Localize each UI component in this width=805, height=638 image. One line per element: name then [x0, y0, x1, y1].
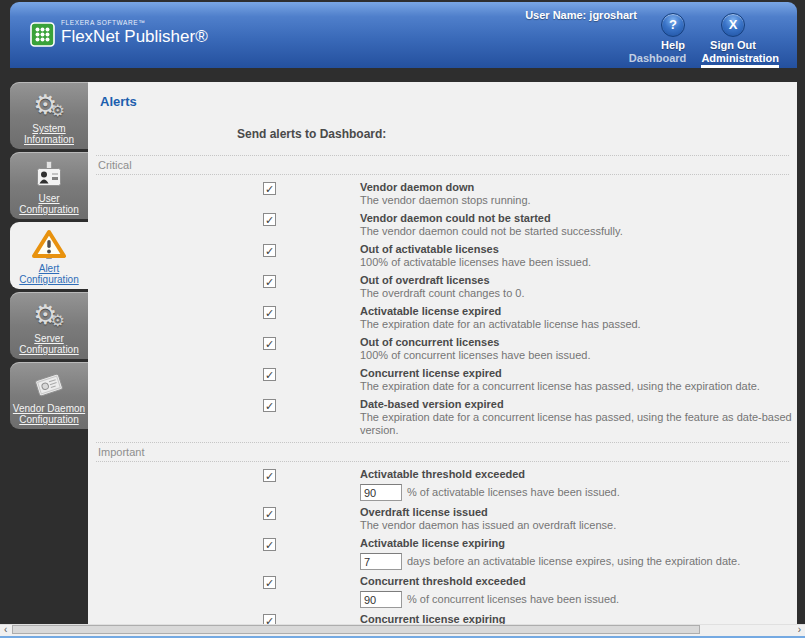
- alert-title: Activatable license expiring: [360, 537, 797, 550]
- alert-text: Out of overdraft licensesThe overdraft c…: [360, 274, 797, 300]
- user-name-label: User Name: jgroshart: [525, 9, 637, 21]
- sign-out-label: Sign Out: [707, 39, 759, 51]
- alert-checkbox[interactable]: ✓: [263, 244, 276, 257]
- help-label: Help: [647, 39, 699, 51]
- top-nav: Dashboard Administration: [629, 52, 779, 64]
- help-button[interactable]: ? Help: [647, 13, 699, 51]
- alert-title: Out of concurrent licenses: [360, 336, 797, 349]
- alert-description: The overdraft count changes to 0.: [360, 287, 797, 300]
- brand: FLEXERA SOFTWARE™ FlexNet Publisher®: [30, 19, 208, 51]
- alert-checkbox[interactable]: ✓: [263, 213, 276, 226]
- horizontal-scrollbar[interactable]: ‹ ›: [0, 624, 805, 636]
- alert-description: % of activatable licenses have been issu…: [407, 486, 620, 499]
- alert-checkbox[interactable]: ✓: [263, 576, 276, 589]
- alert-row: ✓Activatable threshold exceeded% of acti…: [88, 468, 797, 501]
- alert-threshold-line: % of activatable licenses have been issu…: [360, 484, 797, 501]
- help-icon[interactable]: ?: [661, 13, 685, 37]
- alert-checkbox[interactable]: ✓: [263, 507, 276, 520]
- app-header: FLEXERA SOFTWARE™ FlexNet Publisher® Use…: [10, 2, 797, 68]
- app-window: FLEXERA SOFTWARE™ FlexNet Publisher® Use…: [0, 0, 805, 638]
- alert-checkbox[interactable]: ✓: [263, 399, 276, 412]
- alert-text: Overdraft license issuedThe vendor daemo…: [360, 506, 797, 532]
- scrollbar-thumb[interactable]: [12, 625, 700, 634]
- alert-text: Out of concurrent licenses100% of concur…: [360, 336, 797, 362]
- alert-checkbox[interactable]: ✓: [263, 306, 276, 319]
- alert-sections: Critical✓Vendor daemon downThe vendor da…: [88, 155, 797, 626]
- sidebar-tab-vendor-daemon-configuration[interactable]: Vendor Daemon Configuration: [10, 362, 88, 429]
- alert-row: ✓Vendor daemon could not be startedThe v…: [88, 212, 797, 238]
- sidebar-tab-system-information[interactable]: ⚙⚙System Information: [10, 82, 88, 149]
- page-title: Alerts: [88, 82, 797, 109]
- nav-dashboard[interactable]: Dashboard: [629, 52, 686, 64]
- section-label: Critical: [96, 155, 789, 175]
- alert-description: The expiration date for an activatable l…: [360, 318, 797, 331]
- alert-title: Vendor daemon could not be started: [360, 212, 797, 225]
- alert-row: ✓Out of overdraft licensesThe overdraft …: [88, 274, 797, 300]
- alert-checkbox[interactable]: ✓: [263, 538, 276, 551]
- gears-icon: ⚙⚙: [10, 87, 88, 123]
- section-label: Important: [96, 442, 789, 462]
- alert-row: ✓Activatable license expiredThe expirati…: [88, 305, 797, 331]
- sidebar-tab-user-configuration[interactable]: User Configuration: [10, 152, 88, 219]
- alert-checkbox[interactable]: ✓: [263, 182, 276, 195]
- sign-out-button[interactable]: X Sign Out: [707, 13, 759, 51]
- threshold-input[interactable]: [360, 591, 402, 608]
- sidebar-tab-server-configuration[interactable]: ⚙⚙Server Configuration: [10, 292, 88, 359]
- alert-checkbox[interactable]: ✓: [263, 275, 276, 288]
- alert-row: ✓Out of concurrent licenses100% of concu…: [88, 336, 797, 362]
- alert-text: Activatable license expiredThe expiratio…: [360, 305, 797, 331]
- alert-checkbox[interactable]: ✓: [263, 337, 276, 350]
- alert-title: Activatable license expired: [360, 305, 797, 318]
- alert-title: Activatable threshold exceeded: [360, 468, 797, 481]
- sidebar-tab-label: Server Configuration: [10, 333, 88, 355]
- alert-description: The expiration date for a concurrent lic…: [360, 380, 797, 393]
- brand-large-text: FlexNet Publisher®: [61, 27, 208, 47]
- alert-text: Activatable license expiringdays before …: [360, 537, 797, 570]
- alert-description: 100% of concurrent licenses have been is…: [360, 349, 797, 362]
- alert-row: ✓Activatable license expiringdays before…: [88, 537, 797, 570]
- sidebar-tab-label: User Configuration: [10, 193, 88, 215]
- sidebar-tab-label: Vendor Daemon Configuration: [10, 403, 88, 425]
- alert-description: The expiration date for a concurrent lic…: [360, 411, 797, 437]
- flexera-logo-icon: [30, 22, 55, 51]
- alert-description: The vendor daemon could not be started s…: [360, 225, 797, 238]
- scroll-right-icon[interactable]: ›: [798, 625, 801, 635]
- alert-title: Concurrent license expired: [360, 367, 797, 380]
- certificate-icon: [10, 367, 88, 403]
- alert-text: Out of activatable licenses100% of activ…: [360, 243, 797, 269]
- sidebar-tab-alert-configuration[interactable]: Alert Configuration: [10, 222, 88, 289]
- alert-row: ✓Vendor daemon downThe vendor daemon sto…: [88, 181, 797, 207]
- sign-out-icon[interactable]: X: [721, 13, 745, 37]
- alert-title: Overdraft license issued: [360, 506, 797, 519]
- alert-checkbox[interactable]: ✓: [263, 368, 276, 381]
- id-badge-icon: [10, 157, 88, 193]
- gears-icon: ⚙⚙: [10, 297, 88, 333]
- nav-administration[interactable]: Administration: [701, 52, 779, 68]
- alert-row: ✓Concurrent threshold exceeded% of concu…: [88, 575, 797, 608]
- alert-row: ✓Concurrent license expiredThe expiratio…: [88, 367, 797, 393]
- alert-text: Date-based version expiredThe expiration…: [360, 398, 797, 437]
- alert-text: Vendor daemon downThe vendor daemon stop…: [360, 181, 797, 207]
- content-panel: Alerts Send alerts to Dashboard: Critica…: [88, 82, 797, 626]
- warning-icon: [10, 227, 88, 263]
- alert-description: The vendor daemon has issued an overdraf…: [360, 519, 797, 532]
- alert-description: The vendor daemon stops running.: [360, 194, 797, 207]
- alert-text: Concurrent license expiredThe expiration…: [360, 367, 797, 393]
- sidebar-tab-label: Alert Configuration: [10, 263, 88, 285]
- alert-row: ✓Overdraft license issuedThe vendor daem…: [88, 506, 797, 532]
- alert-threshold-line: days before an activatable license expir…: [360, 553, 797, 570]
- alert-section: Critical✓Vendor daemon downThe vendor da…: [88, 155, 797, 437]
- alert-checkbox[interactable]: ✓: [263, 469, 276, 482]
- scroll-left-icon[interactable]: ‹: [4, 625, 7, 635]
- column-header: Send alerts to Dashboard:: [237, 127, 797, 141]
- threshold-input[interactable]: [360, 553, 402, 570]
- alert-text: Activatable threshold exceeded% of activ…: [360, 468, 797, 501]
- alert-text: Concurrent threshold exceeded% of concur…: [360, 575, 797, 608]
- alert-text: Vendor daemon could not be startedThe ve…: [360, 212, 797, 238]
- alert-threshold-line: % of concurrent licenses have been issue…: [360, 591, 797, 608]
- threshold-input[interactable]: [360, 484, 402, 501]
- sidebar-tab-label: System Information: [10, 123, 88, 145]
- alert-description: % of concurrent licenses have been issue…: [407, 593, 619, 606]
- alert-title: Concurrent threshold exceeded: [360, 575, 797, 588]
- alert-section: Important✓Activatable threshold exceeded…: [88, 442, 797, 626]
